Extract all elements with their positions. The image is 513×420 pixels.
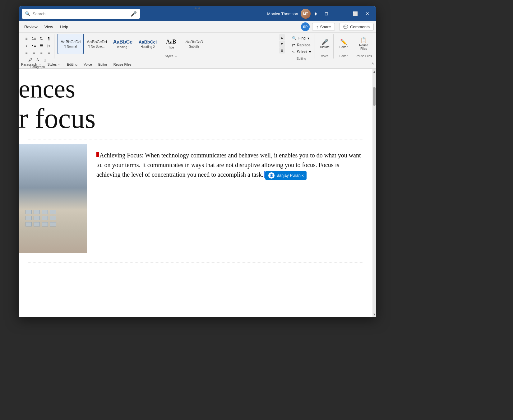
window-cell — [25, 222, 32, 226]
menu-bar: Review View Help SP ↑ Share 💬 Comments — [19, 21, 376, 32]
align-justify-btn[interactable]: ≡ — [45, 49, 52, 56]
window-cell — [42, 222, 48, 226]
window-cell — [42, 216, 48, 220]
gallery-scroll-down[interactable]: ▼ — [279, 41, 285, 47]
menu-item-view[interactable]: View — [41, 23, 56, 30]
scroll-thumb[interactable] — [373, 87, 376, 106]
share-button[interactable]: ↑ Share — [312, 23, 335, 31]
voice-bottom-item[interactable]: Voice — [84, 63, 92, 66]
window-cell — [34, 210, 40, 214]
microphone-icon[interactable]: 🎤 — [131, 11, 137, 17]
reuse-button[interactable]: 📋 Reuse Files — [357, 36, 370, 52]
menu-item-review[interactable]: Review — [21, 23, 41, 30]
collapse-ribbon-button[interactable]: ^ — [372, 62, 374, 67]
styles-group-label: Styles ⌄ — [58, 54, 285, 58]
gallery-expand[interactable]: ⊞ — [279, 47, 285, 54]
collaborator-badge: 👤 Sanjay Puranik — [265, 171, 307, 180]
style-title[interactable]: AaB Title — [160, 34, 182, 54]
loading-dot-1 — [195, 7, 196, 9]
paragraph-bottom-item[interactable]: Paragraph ⌄ — [21, 62, 41, 66]
multilevel-btn[interactable]: ☰ — [38, 42, 45, 49]
align-right-btn[interactable]: ≡ — [38, 49, 45, 56]
window-cell — [50, 222, 56, 226]
editor-bottom-item[interactable]: Editor — [98, 63, 107, 66]
gallery-scroll-up[interactable]: ▲ — [279, 34, 285, 40]
show-marks-btn[interactable]: ¶ — [45, 35, 52, 42]
voice-group-label: Voice — [318, 54, 331, 58]
reuse-group-label: Reuse Files — [355, 54, 372, 58]
reuse-group: 📋 Reuse Files Reuse Files — [354, 34, 374, 58]
share-label: Share — [320, 25, 331, 29]
replace-button[interactable]: ⇄ Replace — [290, 42, 313, 48]
indent-less-btn[interactable]: ◁ — [23, 42, 30, 49]
align-center-btn[interactable]: ≡ — [30, 49, 37, 56]
reuse-bottom-item[interactable]: Reuse Files — [113, 63, 132, 66]
indent-more-btn[interactable]: ▷ — [45, 42, 52, 49]
paragraph-label: Paragraph — [21, 63, 37, 66]
window-row-2 — [25, 216, 80, 220]
ribbon-bottom-bar: Paragraph ⌄ Styles ⌄ Editing Voice Edito… — [19, 60, 376, 68]
find-dropdown-icon[interactable]: ▾ — [307, 36, 309, 40]
style-normal-preview: AaBbCcDd — [61, 40, 81, 44]
taskbar-icon[interactable]: ⊟ — [321, 8, 332, 19]
sort-btn[interactable]: ⇅ — [38, 35, 45, 42]
list-style-btn[interactable]: ≡ — [23, 35, 30, 42]
style-heading2[interactable]: AaBbCcI Heading 2 — [136, 34, 160, 54]
para-row-2: ◁ • ≡ ☰ ▷ — [23, 42, 52, 49]
vertical-scrollbar[interactable]: ▲ ▼ — [372, 69, 376, 317]
find-button[interactable]: 🔍 Find ▾ — [290, 35, 313, 41]
body-section: Achieving Focus: When technology communi… — [19, 144, 372, 253]
window-controls: — ⬜ ✕ — [337, 8, 373, 19]
maximize-button[interactable]: ⬜ — [349, 8, 361, 19]
document-area: ences r focus — [19, 69, 376, 317]
style-normal[interactable]: AaBbCcDd ¶ Normal — [58, 34, 84, 54]
window-cell — [25, 216, 32, 220]
editing-bottom-item[interactable]: Editing — [67, 63, 77, 66]
paragraph-expand-icon[interactable]: ⌄ — [38, 62, 41, 66]
text-cursor — [264, 171, 265, 178]
styles-bottom-item[interactable]: Styles ⌄ — [47, 62, 61, 66]
align-left-btn[interactable]: ≡ — [23, 49, 30, 56]
editing-buttons: 🔍 Find ▾ ⇄ Replace ↖ Select ▾ — [290, 34, 313, 56]
document-scroll[interactable]: ences r focus — [19, 69, 372, 317]
find-icon: 🔍 — [292, 36, 297, 40]
voice-bottom-label: Voice — [84, 63, 92, 66]
ribbon-toolbar: ≡ 1≡ ⇅ ¶ ◁ • ≡ ☰ ▷ ≡ ≡ ≡ — [19, 32, 376, 60]
bullet-list-btn[interactable]: • ≡ — [30, 42, 37, 49]
loading-dot-2 — [198, 7, 200, 9]
menu-item-help[interactable]: Help — [57, 23, 72, 30]
select-button[interactable]: ↖ Select ▾ — [290, 49, 313, 55]
editing-group: 🔍 Find ▾ ⇄ Replace ↖ Select ▾ Editing — [288, 34, 315, 58]
style-heading1[interactable]: AaBbCc Heading 1 — [110, 34, 136, 54]
search-box[interactable]: 🔍 🎤 — [22, 9, 140, 19]
editing-group-label: Editing — [290, 56, 313, 61]
select-label: Select — [297, 50, 307, 54]
loading-indicator — [195, 7, 200, 9]
style-nospace[interactable]: AaBbCcDd ¶ No Spac... — [84, 34, 110, 54]
styles-expand-icon[interactable]: ⌄ — [175, 54, 177, 58]
style-title-label: Title — [168, 46, 174, 49]
close-button[interactable]: ✕ — [362, 8, 373, 19]
reuse-bottom-label: Reuse Files — [113, 63, 132, 66]
heading-line-1: ences — [19, 75, 372, 103]
styles-bottom-expand-icon[interactable]: ⌄ — [58, 62, 61, 66]
style-subtitle[interactable]: AaBbCcD Subtitle — [182, 34, 206, 54]
style-heading1-label: Heading 1 — [116, 45, 130, 49]
dictate-button[interactable]: 🎤 Dictate — [318, 38, 331, 50]
search-input[interactable] — [33, 12, 128, 16]
para-row-1: ≡ 1≡ ⇅ ¶ — [23, 35, 52, 42]
select-dropdown-icon[interactable]: ▾ — [309, 50, 311, 54]
document-page: ences r focus — [19, 69, 372, 317]
comments-button[interactable]: 💬 Comments — [339, 23, 374, 31]
window-cell — [25, 210, 32, 214]
numbered-list-btn[interactable]: 1≡ — [30, 35, 37, 42]
voice-group: 🎤 Dictate Voice — [316, 34, 334, 58]
collab-avatar-icon: 👤 — [268, 172, 275, 179]
comments-label: Comments — [350, 25, 370, 29]
window-cell — [34, 222, 40, 226]
window-row-3 — [25, 222, 80, 226]
ribbon: ≡ 1≡ ⇅ ¶ ◁ • ≡ ☰ ▷ ≡ ≡ ≡ — [19, 32, 376, 69]
minimize-button[interactable]: — — [337, 8, 348, 19]
style-heading2-label: Heading 2 — [141, 45, 155, 49]
editor-button[interactable]: ✏️ Editor — [337, 38, 350, 50]
